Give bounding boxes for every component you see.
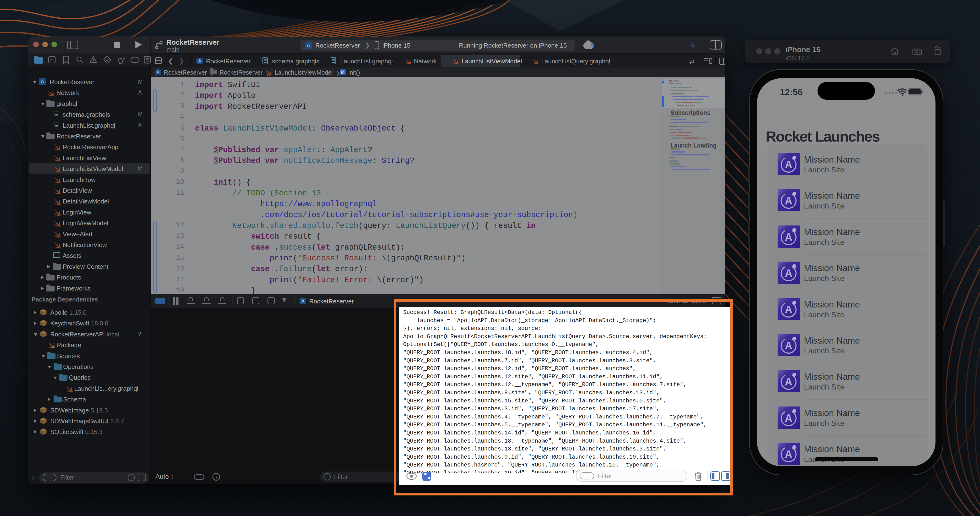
svg-text:A: A	[785, 448, 792, 460]
svg-text:A: A	[785, 376, 792, 387]
svg-text:A: A	[785, 231, 792, 243]
svg-text:A: A	[785, 195, 792, 206]
svg-text:A: A	[785, 304, 792, 315]
svg-text:A: A	[785, 267, 792, 279]
svg-text:A: A	[785, 412, 792, 424]
svg-text:A: A	[785, 159, 792, 170]
svg-text:A: A	[785, 340, 792, 351]
